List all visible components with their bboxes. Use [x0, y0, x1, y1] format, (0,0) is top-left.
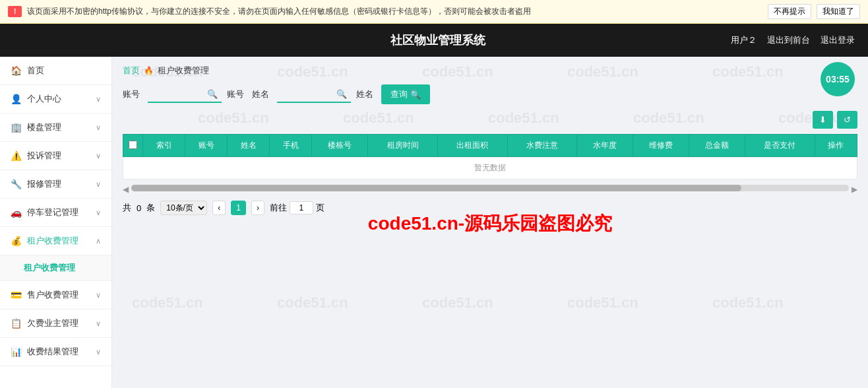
chevron-down-icon: ∨ [96, 152, 101, 160]
empty-row: 暂无数据 [123, 157, 857, 179]
breadcrumb-separator: 🔥 [144, 66, 154, 75]
chevron-down-icon: ∨ [96, 348, 101, 356]
search-field1-label: 账号 [123, 88, 140, 100]
header: 社区物业管理系统 用户２ 退出到前台 退出登录 [0, 24, 868, 57]
search-field1: 🔍 [148, 86, 222, 103]
sidebar: 🏠 首页 👤 个人中心 ∨ 🏢 楼盘管理 ∨ ⚠️ 投诉管理 ∨ [0, 57, 112, 388]
search-name-icon[interactable]: 🔍 [336, 89, 347, 99]
sidebar-home-label: 首页 [27, 65, 44, 77]
sidebar-repair-label: 报修管理 [27, 178, 61, 190]
col-paid: 是否支付 [745, 135, 815, 157]
sidebar-submenu-tenant-fee: 租户收费管理 [0, 255, 111, 281]
watermark-text: code51.cn [567, 294, 638, 311]
sidebar-result-label: 收费结果管理 [27, 346, 78, 358]
sidebar-item-parking[interactable]: 🚗 停车登记管理 ∨ [0, 199, 111, 227]
sale-fee-icon: 💳 [11, 290, 22, 300]
watermark-text: code51.cn [132, 294, 203, 311]
header-actions: 用户２ 退出到前台 退出登录 [731, 34, 855, 46]
parking-icon: 🚗 [11, 207, 22, 218]
table-body: 暂无数据 [123, 157, 857, 179]
total-prefix: 共 [123, 202, 131, 214]
page-1-button[interactable]: 1 [231, 201, 246, 215]
search-field4-label: 姓名 [356, 88, 373, 100]
sidebar-item-building[interactable]: 🏢 楼盘管理 ∨ [0, 113, 111, 142]
table-checkbox-header [123, 135, 143, 157]
sidebar-item-debt[interactable]: 📋 欠费业主管理 ∨ [0, 309, 111, 338]
data-table: 索引 账号 姓名 手机 楼栋号 租房时间 出租面积 水费注意 水年度 维修费 总… [123, 134, 857, 179]
no-remind-button[interactable]: 不再提示 [768, 4, 811, 19]
warning-icon: ！ [8, 6, 22, 17]
home-icon: 🏠 [11, 65, 22, 76]
col-water-year: 水年度 [577, 135, 633, 157]
select-all-checkbox[interactable] [129, 141, 137, 149]
warning-text: 该页面采用不加密的http传输协议，与你建立的连接不安全，请勿在页面内输入任何敏… [27, 6, 762, 17]
sidebar-item-complaint[interactable]: ⚠️ 投诉管理 ∨ [0, 142, 111, 170]
repair-icon: 🔧 [11, 179, 22, 189]
query-search-icon: 🔍 [410, 90, 421, 100]
watermark-text: code51.cn [712, 294, 784, 311]
sidebar-item-repair[interactable]: 🔧 报修管理 ∨ [0, 170, 111, 199]
scroll-right-arrow[interactable]: ▶ [852, 185, 857, 194]
breadcrumb-current: 租户收费管理 [158, 65, 209, 77]
sidebar-personal-label: 个人中心 [27, 93, 61, 105]
col-phone: 手机 [270, 135, 312, 157]
go-suffix: 页 [316, 202, 325, 214]
sidebar-item-tenant-fee[interactable]: 💰 租户收费管理 ∧ [0, 227, 111, 255]
back-to-frontend-link[interactable]: 退出到前台 [767, 34, 810, 46]
reset-button[interactable]: ↺ [837, 111, 857, 129]
col-rent-area: 出租面积 [438, 135, 508, 157]
query-button[interactable]: 查询 🔍 [381, 84, 430, 104]
total-suffix: 条 [146, 202, 155, 214]
scroll-left-arrow[interactable]: ◀ [123, 185, 129, 194]
sidebar-parking-label: 停车登记管理 [27, 207, 78, 218]
chevron-down-icon: ∨ [96, 123, 101, 132]
sidebar-item-result[interactable]: 📊 收费结果管理 ∨ [0, 338, 111, 366]
search-name-input[interactable] [281, 89, 334, 99]
got-it-button[interactable]: 我知道了 [817, 4, 860, 19]
logout-link[interactable]: 退出登录 [821, 34, 855, 46]
result-icon: 📊 [11, 346, 22, 357]
search-account-icon[interactable]: 🔍 [207, 89, 218, 99]
prev-page-button[interactable]: ‹ [212, 201, 226, 215]
username-label: 用户２ [731, 34, 757, 46]
tenant-fee-icon: 💰 [11, 236, 22, 246]
action-row: ⬇ ↺ [123, 111, 857, 129]
col-rent-time: 租房时间 [368, 135, 438, 157]
sidebar-sale-fee-label: 售户收费管理 [27, 289, 78, 301]
breadcrumb-home[interactable]: 首页 [123, 65, 140, 77]
sidebar-tenant-fee-label: 租户收费管理 [27, 235, 78, 247]
col-building: 楼栋号 [312, 135, 368, 157]
go-prefix: 前往 [270, 202, 287, 214]
col-water-fee: 水费注意 [507, 135, 577, 157]
page-size-select[interactable]: 10条/页20条/页50条/页 [160, 201, 207, 215]
search-field3-label: 姓名 [252, 88, 269, 100]
search-field3: 🔍 [277, 86, 351, 103]
sidebar-item-sale-fee[interactable]: 💳 售户收费管理 ∨ [0, 281, 111, 309]
pagination: 共 0 条 10条/页20条/页50条/页 ‹ 1 › 前往 页 [123, 201, 857, 215]
scrollbar-row: ◀ ▶ [123, 182, 857, 197]
next-page-button[interactable]: › [251, 201, 264, 215]
empty-text: 暂无数据 [123, 157, 857, 179]
watermark-text: code51.cn [422, 294, 493, 311]
col-index: 索引 [143, 135, 185, 157]
sidebar-complaint-label: 投诉管理 [27, 150, 61, 162]
watermark-text: code51.cn [277, 294, 348, 311]
debt-icon: 📋 [11, 318, 22, 329]
export-button[interactable]: ⬇ [813, 111, 833, 129]
page-jump-input[interactable] [290, 201, 313, 214]
table-header: 索引 账号 姓名 手机 楼栋号 租房时间 出租面积 水费注意 水年度 维修费 总… [123, 135, 857, 157]
sidebar-item-home[interactable]: 🏠 首页 [0, 57, 111, 85]
chevron-down-icon: ∨ [96, 209, 101, 217]
chevron-down-icon: ∨ [96, 319, 101, 328]
warning-bar: ！ 该页面采用不加密的http传输协议，与你建立的连接不安全，请勿在页面内输入任… [0, 0, 868, 24]
search-account-input[interactable] [152, 89, 204, 99]
sidebar-item-tenant-fee-mgmt[interactable]: 租户收费管理 [0, 255, 111, 281]
scrollbar-thumb[interactable] [131, 185, 741, 191]
col-name: 姓名 [228, 135, 270, 157]
app-title: 社区物业管理系统 [145, 32, 731, 48]
sidebar-item-personal[interactable]: 👤 个人中心 ∨ [0, 85, 111, 113]
building-icon: 🏢 [11, 122, 22, 133]
chevron-down-icon: ∨ [96, 291, 101, 300]
chevron-down-icon: ∨ [96, 180, 101, 189]
chevron-down-icon: ∨ [96, 95, 101, 104]
